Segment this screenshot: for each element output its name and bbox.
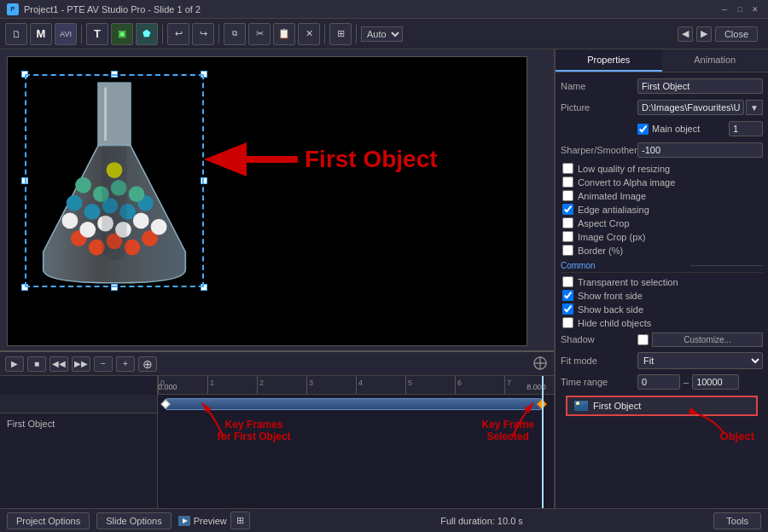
handle-top-left[interactable] <box>21 71 28 78</box>
add-keyframe-button[interactable]: ⊕ <box>138 356 157 372</box>
fit-mode-select[interactable]: Fit Fill Stretch None <box>637 352 763 369</box>
next-frame-button[interactable]: ▶▶ <box>72 356 90 372</box>
keyframe-start[interactable] <box>161 395 170 413</box>
mask-button[interactable]: ⬟ <box>136 23 158 45</box>
cut-button[interactable]: ✂ <box>248 23 271 45</box>
fit-mode-row: Fit mode Fit Fill Stretch None <box>561 352 763 369</box>
object-item[interactable]: First Object <box>566 396 758 416</box>
tools-button[interactable]: Tools <box>713 512 761 529</box>
picture-browse-button[interactable]: ▼ <box>746 100 763 115</box>
checkbox-edge: Edge antialiasing <box>561 204 763 215</box>
delete-button[interactable]: ✕ <box>298 23 320 45</box>
alpha-checkbox[interactable] <box>562 176 573 188</box>
preview-mode-button[interactable]: ⊞ <box>230 512 250 529</box>
minimize-button[interactable]: ─ <box>719 3 730 15</box>
auto-select[interactable]: Auto <box>361 26 403 42</box>
play-button[interactable]: ▶ <box>5 356 24 372</box>
transparent-checkbox[interactable] <box>562 276 573 287</box>
keyframe-bar[interactable] <box>166 398 542 410</box>
svg-point-11 <box>151 219 167 235</box>
ruler-mark-7: 7 <box>504 376 511 394</box>
common-section-divider: Common ──────────── <box>561 261 763 273</box>
tab-properties[interactable]: Properties <box>556 49 662 72</box>
timeline-controls: ▶ ■ ◀◀ ▶▶ − + ⊕ <box>0 352 554 376</box>
handle-middle-left[interactable] <box>21 177 28 184</box>
handle-top-right[interactable] <box>201 71 207 78</box>
redo-button[interactable]: ↪ <box>192 23 214 45</box>
align-button[interactable]: ⊞ <box>329 23 352 45</box>
auto-dropdown[interactable]: Auto <box>361 26 403 42</box>
close-button[interactable]: Close <box>715 26 758 42</box>
next-slide-button[interactable]: ▶ <box>696 26 712 42</box>
handle-bottom-right[interactable] <box>201 284 207 291</box>
preview-container: Preview ⊞ <box>178 512 250 529</box>
alpha-label: Convert to Alpha image <box>578 177 675 188</box>
handle-middle-right[interactable] <box>201 177 207 184</box>
shadow-checkbox[interactable] <box>637 334 649 345</box>
timeline-section: ▶ ■ ◀◀ ▶▶ − + ⊕ <box>0 350 554 508</box>
track-labels: First Object <box>0 376 158 508</box>
main-object-row: Main object <box>561 120 763 137</box>
front-side-checkbox[interactable] <box>562 290 573 301</box>
svg-point-10 <box>133 213 149 229</box>
customize-button[interactable]: Customize... <box>652 332 763 347</box>
main-area: First Object ▶ ■ ◀◀ ▶▶ − + ⊕ <box>0 49 768 508</box>
checkbox-aspect: Aspect Crop <box>561 217 763 228</box>
main-object-checkbox[interactable] <box>637 124 649 135</box>
checkbox-transparent: Transparent to selection <box>561 276 763 287</box>
ruler-mark-4: 4 <box>356 376 363 394</box>
picture-value-container: ▼ <box>637 100 763 115</box>
track-row[interactable]: 0.000 8.000 <box>158 395 554 415</box>
paste-button[interactable]: 📋 <box>273 23 295 45</box>
hide-child-checkbox[interactable] <box>562 317 573 328</box>
save-button[interactable]: AVI <box>55 23 77 45</box>
slide-canvas[interactable]: First Object <box>7 56 527 346</box>
time-range-start[interactable] <box>637 374 680 390</box>
name-label: Name <box>561 81 637 91</box>
checkbox-alpha: Convert to Alpha image <box>561 176 763 188</box>
project-options-button[interactable]: Project Options <box>7 512 90 529</box>
titlebar-title: Project1 - PTE AV Studio Pro - Slide 1 o… <box>24 4 201 14</box>
low-quality-checkbox[interactable] <box>562 163 573 174</box>
handle-bottom-center[interactable] <box>111 284 118 291</box>
name-input[interactable] <box>637 78 763 94</box>
border-checkbox[interactable] <box>562 245 573 256</box>
copy-slide-button[interactable]: ⧉ <box>224 23 246 45</box>
picture-input[interactable] <box>637 100 744 115</box>
zoom-out-button[interactable]: − <box>94 356 113 372</box>
prev-frame-button[interactable]: ◀◀ <box>49 356 68 372</box>
crosshair-icon <box>532 355 549 372</box>
handle-top-center[interactable] <box>111 71 118 78</box>
prev-slide-button[interactable]: ◀ <box>678 26 693 42</box>
track-area[interactable]: 0 1 2 3 4 5 6 7 8 <box>158 376 554 508</box>
text-button[interactable]: T <box>86 23 108 45</box>
open-button[interactable]: M <box>30 23 52 45</box>
time-cursor <box>542 376 544 508</box>
main-object-number[interactable] <box>729 121 763 136</box>
flask-image[interactable] <box>25 74 204 287</box>
canvas-annotation: First Object <box>204 142 438 176</box>
zoom-in-button[interactable]: + <box>116 356 135 372</box>
time-range-end[interactable] <box>692 374 739 390</box>
object-item-icon <box>574 401 588 411</box>
shadow-value: Customize... <box>637 332 763 347</box>
animated-checkbox[interactable] <box>562 190 573 201</box>
close-window-button[interactable]: ✕ <box>749 3 761 15</box>
tab-animation[interactable]: Animation <box>662 49 769 72</box>
fit-mode-label: Fit mode <box>561 356 637 366</box>
back-side-checkbox[interactable] <box>562 304 573 315</box>
edge-checkbox[interactable] <box>562 204 573 215</box>
sharper-value-container <box>637 142 763 158</box>
track-label-first-object: First Object <box>0 413 157 434</box>
image-crop-checkbox[interactable] <box>562 231 573 242</box>
slide-options-button[interactable]: Slide Options <box>96 512 171 529</box>
stop-button[interactable]: ■ <box>27 356 46 372</box>
aspect-checkbox[interactable] <box>562 217 573 228</box>
maximize-button[interactable]: □ <box>734 3 746 15</box>
preview-button[interactable]: Preview <box>194 516 227 526</box>
undo-button[interactable]: ↩ <box>167 23 189 45</box>
handle-bottom-left[interactable] <box>21 284 28 291</box>
new-button[interactable]: 🗋 <box>5 23 27 45</box>
image-button[interactable]: ▣ <box>111 23 133 45</box>
sharper-input[interactable] <box>637 142 763 158</box>
